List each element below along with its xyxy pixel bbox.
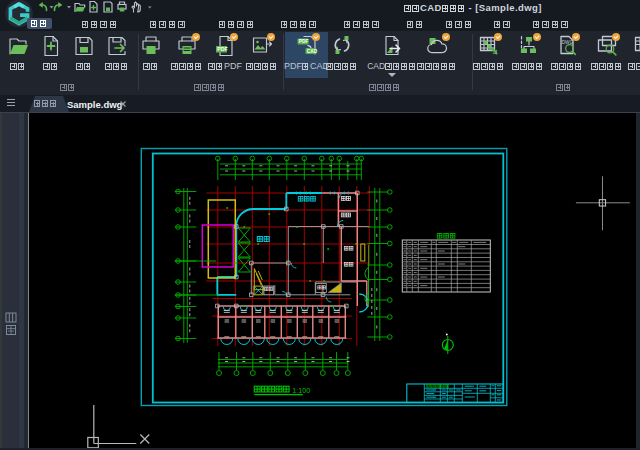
svg-text:PDF: PDF (217, 46, 227, 52)
svg-text:CAD: CAD (306, 49, 317, 54)
svg-text:1:100: 1:100 (292, 386, 310, 395)
svg-text:PDF: PDF (298, 39, 308, 44)
svg-text:DWG: DWG (562, 40, 574, 45)
